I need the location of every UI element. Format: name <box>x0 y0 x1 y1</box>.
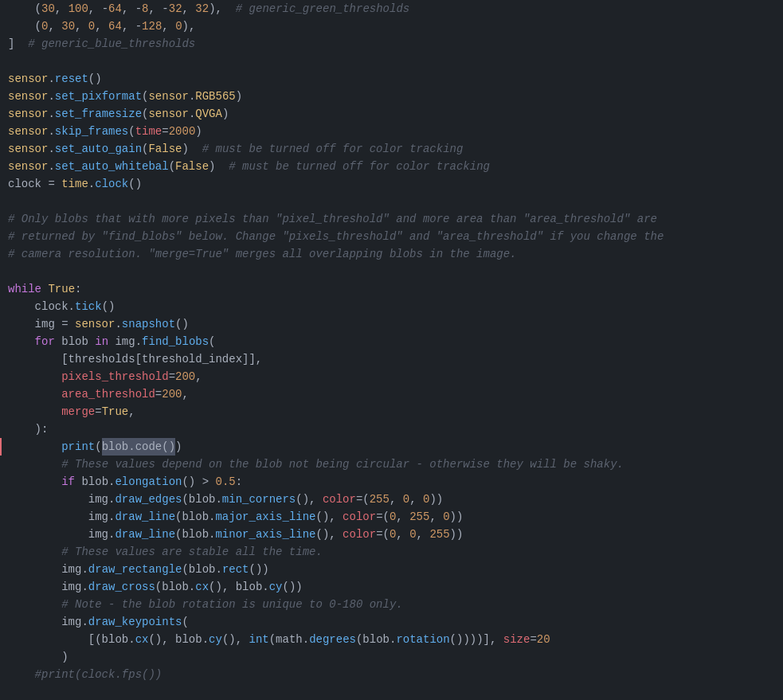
code-line-27: # These values depend on the blob not be… <box>0 456 783 473</box>
code-editor: (30, 100, -64, -8, -32, 32), # generic_g… <box>0 0 783 700</box>
code-line-24: merge=True, <box>0 403 783 420</box>
code-line-18: clock.tick() <box>0 298 783 315</box>
code-line-31: img.draw_line(blob.minor_axis_line(), co… <box>0 526 783 543</box>
code-line-17: while True: <box>0 280 783 298</box>
code-line-7: sensor.set_framesize(sensor.QVGA) <box>0 105 783 123</box>
code-line-13: # Only blobs that with more pixels than … <box>0 210 783 228</box>
code-line-20: for blob in img.find_blobs( <box>0 333 783 350</box>
code-line-38: ) <box>0 648 783 666</box>
code-line-8: sensor.skip_frames(time=2000) <box>0 123 783 140</box>
code-line-1: (30, 100, -64, -8, -32, 32), # generic_g… <box>0 0 783 18</box>
code-line-19: img = sensor.snapshot() <box>0 315 783 333</box>
code-line-16 <box>0 263 783 280</box>
code-line-6: sensor.set_pixformat(sensor.RGB565) <box>0 88 783 105</box>
code-line-35: # Note - the blob rotation is unique to … <box>0 596 783 613</box>
code-line-4 <box>0 53 783 70</box>
code-line-15: # camera resolution. "merge=True" merges… <box>0 245 783 263</box>
code-line-25: ): <box>0 420 783 438</box>
code-line-21: [thresholds[threshold_index]], <box>0 350 783 368</box>
code-line-30: img.draw_line(blob.major_axis_line(), co… <box>0 508 783 526</box>
code-line-3: ] # generic_blue_thresholds <box>0 35 783 53</box>
code-line-32: # These values are stable all the time. <box>0 543 783 561</box>
code-line-14: # returned by "find_blobs" below. Change… <box>0 228 783 245</box>
code-line-36: img.draw_keypoints( <box>0 613 783 631</box>
code-line-9: sensor.set_auto_gain(False) # must be tu… <box>0 140 783 158</box>
code-line-11: clock = time.clock() <box>0 175 783 193</box>
code-line-26: print(blob.code()) <box>0 438 783 456</box>
code-line-34: img.draw_cross(blob.cx(), blob.cy()) <box>0 578 783 596</box>
code-line-12 <box>0 193 783 210</box>
code-line-28: if blob.elongation() > 0.5: <box>0 473 783 491</box>
code-line-22: pixels_threshold=200, <box>0 368 783 385</box>
code-line-23: area_threshold=200, <box>0 385 783 403</box>
code-line-33: img.draw_rectangle(blob.rect()) <box>0 561 783 578</box>
code-line-39: #print(clock.fps()) <box>0 666 783 683</box>
code-line-37: [(blob.cx(), blob.cy(), int(math.degrees… <box>0 631 783 648</box>
code-line-10: sensor.set_auto_whitebal(False) # must b… <box>0 158 783 175</box>
code-line-29: img.draw_edges(blob.min_corners(), color… <box>0 491 783 508</box>
code-line-5: sensor.reset() <box>0 70 783 88</box>
code-line-2: (0, 30, 0, 64, -128, 0), <box>0 18 783 35</box>
